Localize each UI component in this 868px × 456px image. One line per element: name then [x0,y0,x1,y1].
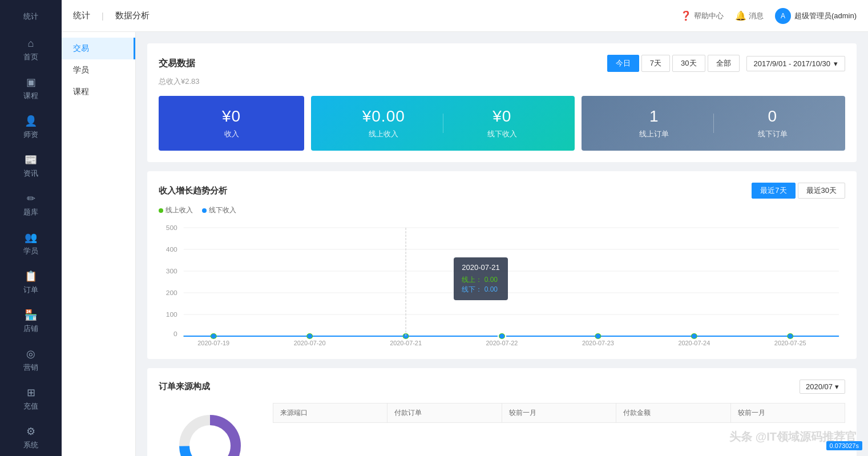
student-icon: 👥 [25,231,37,244]
online-orders-label: 线上订单 [639,129,669,139]
order-body: 来源端口 付款订单 较前一月 付款金额 较前一月 [159,403,845,456]
sidebar-item-system[interactable]: ⚙ 系统 [0,418,62,456]
offline-orders-value: 0 [768,107,777,126]
svg-text:2020-07-25: 2020-07-25 [774,340,806,346]
transaction-title: 交易数据 [159,58,607,70]
sub-sidebar: 交易 学员 课程 [62,32,136,456]
chart-filter-7days[interactable]: 最近7天 [752,183,795,199]
offline-income-label: 线下收入 [487,129,517,139]
order-table-header: 来源端口 付款订单 较前一月 付款金额 较前一月 [273,403,845,423]
svg-text:0: 0 [173,330,177,337]
col-source: 来源端口 [273,403,387,422]
admin-profile[interactable]: A 超级管理员(admin) [775,8,857,24]
sub-item-student[interactable]: 学员 [62,59,135,81]
sidebar-item-question[interactable]: ✏ 题库 [0,185,62,224]
message-label: 消息 [749,11,764,21]
filter-30days[interactable]: 30天 [672,55,705,72]
total-income-label: 收入 [224,129,239,139]
svg-point-53 [211,334,216,338]
topbar: 统计 | 数据分析 ❓ 帮助中心 🔔 消息 A 超级管理员(admin) [62,0,868,32]
date-range-value: 2017/9/01 - 2017/10/30 [754,59,830,68]
sidebar-label-system: 系统 [23,440,38,450]
sidebar: 统计 ⌂ 首页 ▣ 课程 👤 师资 📰 资讯 ✏ 题库 👥 学员 📋 订单 🏪 … [0,0,62,456]
sidebar-label-shop: 店铺 [23,324,38,334]
svg-text:2020-07-22: 2020-07-22 [486,340,518,346]
svg-point-54 [307,334,312,338]
help-center-btn[interactable]: ❓ 帮助中心 [680,10,724,21]
message-btn[interactable]: 🔔 消息 [735,10,764,21]
offline-orders-label: 线下订单 [758,129,788,139]
help-label: 帮助中心 [694,11,724,21]
transaction-header: 交易数据 今日 7天 30天 全部 2017/9/01 - 2017/10/30… [159,55,845,72]
sidebar-label-question: 题库 [23,207,38,217]
filter-today[interactable]: 今日 [607,55,639,72]
chart-header: 收入增长趋势分析 最近7天 最近30天 [159,183,845,199]
legend-offline: 线下收入 [202,205,236,215]
sidebar-label-home: 首页 [23,52,38,62]
sidebar-label-course: 课程 [23,91,38,101]
svg-text:2020-07-21: 2020-07-21 [390,340,422,346]
col-prev-month: 较前一月 [502,403,616,422]
online-orders-value: 1 [649,107,659,126]
orders-card: 1 线上订单 0 线下订单 [582,96,845,151]
stats-row: ¥0 收入 ¥0.00 线上收入 ¥0 线下收入 [159,96,845,151]
topbar-right: ❓ 帮助中心 🔔 消息 A 超级管理员(admin) [680,8,857,24]
col-paid-orders: 付款订单 [387,403,502,422]
svg-text:200: 200 [166,289,177,296]
svg-point-56 [499,334,504,338]
chevron-down-icon-order: ▾ [835,382,839,391]
perf-badge: 0.073027s [826,441,862,450]
teacher-icon: 👤 [25,115,37,127]
chart-filter-30days[interactable]: 最近30天 [798,183,845,199]
svg-point-57 [596,334,601,338]
sidebar-item-student[interactable]: 👥 学员 [0,224,62,263]
col-paid-amount: 付款金额 [616,403,730,422]
svg-text:2020-07-20: 2020-07-20 [294,340,326,346]
question-icon: ✏ [27,192,35,205]
legend-dot-offline [202,208,207,213]
chevron-down-icon: ▾ [834,59,838,68]
order-icon: 📋 [25,270,37,283]
admin-label: 超级管理员(admin) [794,11,857,21]
filter-all[interactable]: 全部 [708,55,740,72]
date-filter-group: 今日 7天 30天 全部 2017/9/01 - 2017/10/30 ▾ [607,55,845,72]
sidebar-item-teacher[interactable]: 👤 师资 [0,108,62,147]
main-container: 统计 | 数据分析 ❓ 帮助中心 🔔 消息 A 超级管理员(admin) 交易 … [62,0,868,456]
transaction-section: 交易数据 今日 7天 30天 全部 2017/9/01 - 2017/10/30… [147,43,857,162]
sidebar-item-news[interactable]: 📰 资讯 [0,147,62,185]
sidebar-item-shop[interactable]: 🏪 店铺 [0,302,62,341]
sidebar-item-order[interactable]: 📋 订单 [0,263,62,302]
order-header: 订单来源构成 2020/07 ▾ [159,380,845,394]
svg-point-59 [788,334,793,338]
online-income-label: 线上收入 [369,129,398,139]
news-icon: 📰 [25,154,37,166]
online-income-value: ¥0.00 [362,107,405,126]
order-source-section: 订单来源构成 2020/07 ▾ [147,368,857,456]
sidebar-item-home[interactable]: ⌂ 首页 [0,31,62,69]
chart-filter-group: 最近7天 最近30天 [752,183,845,199]
legend-dot-online [159,208,163,213]
sub-item-course[interactable]: 课程 [62,81,135,103]
course-icon: ▣ [26,76,36,88]
page-title: 数据分析 [115,10,150,21]
chart-title: 收入增长趋势分析 [159,185,752,196]
date-range-picker[interactable]: 2017/9/01 - 2017/10/30 ▾ [746,56,845,71]
svg-text:300: 300 [166,268,177,274]
sub-item-trade[interactable]: 交易 [62,38,135,59]
order-date-picker[interactable]: 2020/07 ▾ [800,380,845,394]
legend-online: 线上收入 [159,205,193,215]
svg-text:500: 500 [166,224,177,231]
sidebar-item-recharge[interactable]: ⊞ 充值 [0,380,62,418]
svg-text:2020-07-23: 2020-07-23 [582,340,614,346]
sidebar-item-marketing[interactable]: ◎ 营销 [0,341,62,380]
help-icon: ❓ [680,10,692,21]
offline-income-value: ¥0 [492,107,511,126]
total-income-value: ¥0 [222,107,241,126]
offline-orders-half: 0 线下订单 [714,107,832,139]
system-icon: ⚙ [26,425,35,438]
donut-chart [159,403,261,456]
sidebar-label-recharge: 充值 [23,401,38,411]
sidebar-item-course[interactable]: ▣ 课程 [0,69,62,108]
order-date-value: 2020/07 [806,382,833,391]
filter-7days[interactable]: 7天 [641,55,670,72]
